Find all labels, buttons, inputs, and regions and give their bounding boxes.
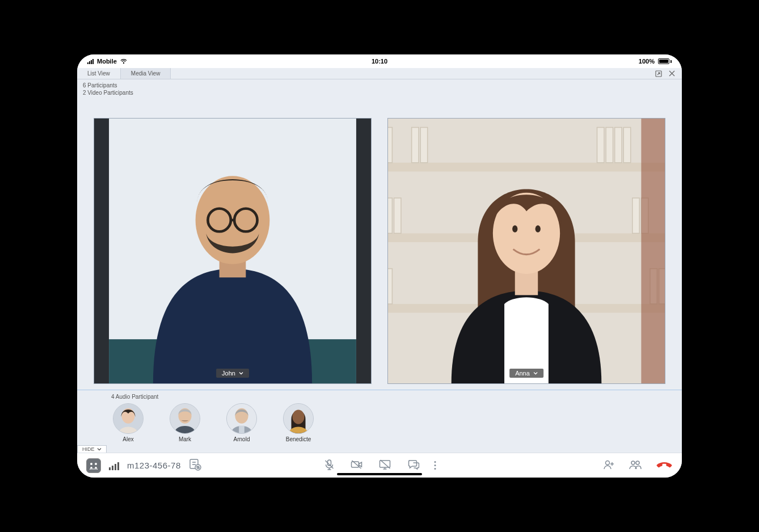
wifi-icon: [120, 58, 127, 64]
video-participants-line: 2 Video Participants: [83, 89, 676, 96]
video-name-pill-john[interactable]: John: [216, 369, 249, 378]
view-tabs: List View Media View: [77, 68, 682, 79]
battery-pct: 100%: [639, 58, 655, 65]
svg-rect-2: [94, 119, 109, 383]
participants-icon[interactable]: [629, 459, 642, 472]
svg-point-58: [631, 461, 635, 465]
status-bar: Mobile 10:10 100%: [77, 54, 682, 68]
video-name-label: John: [222, 370, 235, 377]
svg-rect-25: [388, 198, 392, 233]
hide-toggle[interactable]: HIDE: [77, 445, 107, 453]
video-tile-john[interactable]: John: [94, 118, 372, 384]
audio-participants-label: 4 Audio Participant: [111, 394, 676, 400]
battery-icon: [658, 58, 672, 64]
tab-media-view[interactable]: Media View: [121, 68, 171, 79]
svg-rect-21: [615, 128, 622, 163]
chevron-down-icon: [533, 371, 538, 375]
carrier-label: Mobile: [97, 58, 117, 65]
audio-name: Mark: [179, 436, 191, 442]
svg-point-38: [535, 225, 541, 232]
video-name-label: Anna: [515, 370, 530, 377]
share-screen-off-icon[interactable]: [379, 459, 393, 472]
tablet-frame: Mobile 10:10 100% List View Media View 6: [71, 49, 688, 483]
svg-point-47: [90, 463, 92, 465]
mute-mic-icon[interactable]: [323, 458, 336, 473]
svg-rect-22: [623, 128, 630, 163]
svg-point-48: [95, 463, 97, 465]
call-id: m123-456-78: [127, 461, 181, 470]
svg-point-57: [606, 461, 610, 465]
audio-name: Alex: [123, 436, 133, 442]
audio-participant-arnold[interactable]: Arnold: [225, 403, 259, 442]
more-options-icon[interactable]: [435, 461, 436, 470]
avatar: [113, 403, 144, 434]
svg-rect-30: [388, 269, 392, 304]
participants-count-line: 6 Participants: [83, 82, 676, 89]
audio-participants-section: 4 Audio Participant Alex Mark Arnold: [77, 390, 682, 445]
camera-off-icon[interactable]: [351, 459, 364, 472]
svg-point-59: [636, 461, 639, 465]
avatar: [226, 403, 257, 434]
video-feed-placeholder: [388, 119, 665, 383]
chat-icon[interactable]: [407, 459, 420, 472]
call-control-bar: m123-456-78: [77, 453, 682, 478]
audio-participant-benedicte[interactable]: Benedicte: [281, 403, 315, 442]
transfer-icon[interactable]: [189, 458, 201, 473]
audio-name: Benedicte: [286, 436, 311, 442]
svg-rect-34: [641, 119, 665, 383]
hangup-icon[interactable]: [656, 459, 673, 472]
video-name-pill-anna[interactable]: Anna: [509, 369, 543, 378]
close-icon[interactable]: [669, 70, 675, 77]
video-grid: John: [77, 98, 682, 390]
signal-bars-icon: [87, 58, 94, 64]
status-time: 10:10: [372, 58, 387, 65]
video-tile-anna[interactable]: Anna: [387, 118, 665, 384]
chevron-down-icon: [239, 371, 243, 375]
svg-rect-20: [606, 128, 613, 163]
audio-participant-mark[interactable]: Mark: [168, 403, 202, 442]
svg-rect-11: [388, 163, 665, 172]
svg-rect-16: [388, 128, 392, 163]
tab-list-view[interactable]: List View: [77, 68, 121, 79]
participants-summary: 6 Participants 2 Video Participants: [77, 79, 682, 98]
svg-rect-27: [632, 198, 639, 233]
svg-rect-19: [597, 128, 604, 163]
svg-rect-17: [412, 128, 419, 163]
avatar: [170, 403, 200, 434]
connection-quality-icon[interactable]: [86, 458, 101, 473]
avatar: [283, 403, 314, 434]
hide-label: HIDE: [82, 446, 95, 452]
video-feed-placeholder: [94, 119, 371, 383]
add-participant-icon[interactable]: [602, 459, 615, 472]
svg-rect-26: [394, 198, 401, 233]
home-indicator[interactable]: [337, 473, 422, 475]
audio-participant-alex[interactable]: Alex: [111, 403, 145, 442]
svg-point-46: [292, 410, 304, 424]
svg-rect-53: [352, 462, 359, 467]
popout-icon[interactable]: [655, 70, 662, 77]
svg-rect-3: [356, 119, 371, 383]
audio-name: Arnold: [234, 436, 250, 442]
chevron-down-icon: [97, 447, 102, 451]
signal-strength-icon: [109, 461, 119, 470]
svg-line-52: [326, 461, 334, 468]
svg-point-37: [512, 225, 517, 232]
svg-rect-18: [420, 128, 427, 163]
